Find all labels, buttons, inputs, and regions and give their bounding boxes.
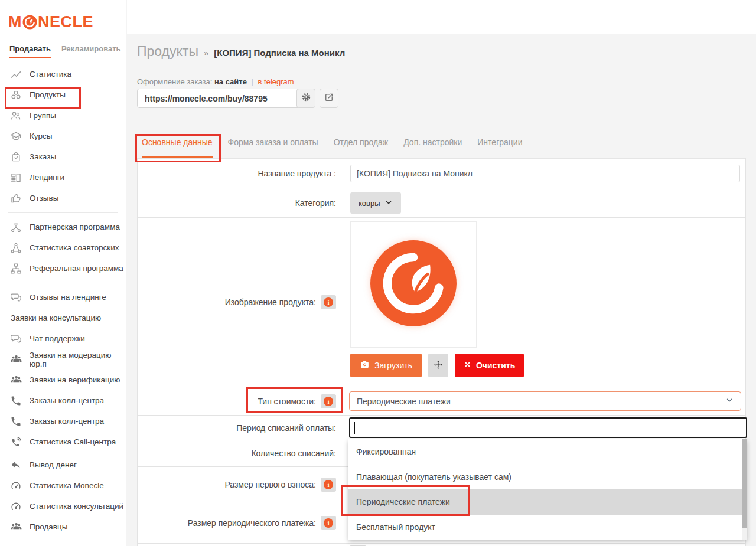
info-icon[interactable]: i xyxy=(321,394,336,408)
gear-icon xyxy=(301,91,312,105)
network-icon xyxy=(9,221,22,234)
sidebar-item-лендинги[interactable]: Лендинги xyxy=(0,167,126,188)
network-triangle-icon xyxy=(9,241,22,254)
phone-icon xyxy=(9,415,22,428)
sidebar-item-чат-поддержки[interactable]: Чат поддержки xyxy=(0,328,126,349)
form-label: Изображение продукта: xyxy=(225,297,316,307)
info-icon[interactable]: i xyxy=(321,478,336,492)
breadcrumb-root[interactable]: Продукты xyxy=(137,44,198,60)
clear-label: Очистить xyxy=(476,361,515,370)
sidebar-item-заказы[interactable]: Заказы xyxy=(0,146,126,167)
sidebar-item-label: Отзывы xyxy=(30,194,58,202)
gauge-icon xyxy=(9,500,22,513)
dropdown-option-0[interactable]: Фиксированная xyxy=(348,439,747,465)
line-chart-icon xyxy=(9,68,22,81)
dropdown-scrollbar-thumb[interactable] xyxy=(742,439,747,528)
form-label-cell: Название продукта : xyxy=(138,159,344,188)
upload-image-button[interactable]: Загрузить xyxy=(350,354,422,377)
sidebar-item-статистика-call-центра[interactable]: Статистика Call-центра xyxy=(0,431,126,452)
sidebar-item-заявки-на-консультацию[interactable]: Заявки на консультацию xyxy=(0,308,126,328)
hierarchy-icon xyxy=(9,262,22,275)
sidebar-mode-tab-0[interactable]: Продавать xyxy=(9,44,51,58)
tab-2[interactable]: Отдел продаж xyxy=(334,138,389,158)
move-image-button[interactable] xyxy=(428,354,448,377)
sidebar-item-отзывы[interactable]: Отзывы xyxy=(0,188,126,208)
tab-1[interactable]: Форма заказа и оплаты xyxy=(228,138,318,158)
info-icon[interactable]: i xyxy=(321,295,336,309)
sidebar-item-статистика-monecle[interactable]: Статистика Monecle xyxy=(0,475,126,496)
checkout-line: Оформление заказа: на сайте | в telegram xyxy=(137,77,294,86)
external-link-icon xyxy=(324,92,334,105)
form-label: Размер первого взноса: xyxy=(224,480,316,489)
sidebar-item-заказы-колл-центра[interactable]: Заказы колл-центра xyxy=(0,411,126,431)
form-field-cell: ЗагрузитьОчистить xyxy=(344,218,745,387)
checkout-telegram-link[interactable]: в telegram xyxy=(258,77,294,86)
sidebar: M NECLE ПродаватьРекламировать Статистик… xyxy=(0,0,126,546)
sidebar-item-вывод-денег[interactable]: Вывод денег xyxy=(0,455,126,475)
sidebar-item-label: Статистика консультаций xyxy=(30,502,123,511)
tab-0[interactable]: Основные данные xyxy=(142,138,213,158)
category-button[interactable]: ковры xyxy=(350,192,401,214)
sidebar-item-label: Заявки на консультацию xyxy=(11,313,101,322)
info-icon[interactable]: i xyxy=(321,516,336,530)
sidebar-item-статистика-соавторских[interactable]: Статистика соавторских xyxy=(0,237,126,258)
chat-icon xyxy=(9,291,22,304)
sidebar-item-label: Заявки на верификацию xyxy=(30,375,120,384)
cost-type-value: Периодические платежи xyxy=(357,397,451,406)
sidebar-item-продавцы[interactable]: Продавцы xyxy=(0,516,126,537)
dropdown-option-1[interactable]: Плавающая (покупатель указывает сам) xyxy=(348,465,747,490)
monecle-leaf-logo-image xyxy=(369,238,458,331)
sidebar-item-заявки-на-верификацию[interactable]: Заявки на верификацию xyxy=(0,370,126,390)
dropdown-scrollbar[interactable] xyxy=(742,439,747,540)
form-label-cell: Категория: xyxy=(138,188,344,217)
sidebar-item-label: Партнерская программа xyxy=(30,223,120,231)
tab-3[interactable]: Доп. настройки xyxy=(403,138,462,158)
url-settings-button[interactable] xyxy=(296,89,315,108)
logo-text-suffix: NECLE xyxy=(38,13,93,31)
sidebar-item-курсы[interactable]: Курсы xyxy=(0,126,126,146)
sidebar-item-статистика[interactable]: Статистика xyxy=(0,64,126,84)
sidebar-item-группы[interactable]: Группы xyxy=(0,105,126,126)
sidebar-item-заказы-колл-центра[interactable]: Заказы колл-центра xyxy=(0,390,126,411)
category-value: ковры xyxy=(359,199,380,208)
buy-url-input[interactable] xyxy=(137,89,302,108)
sidebar-item-label: Статистика Monecle xyxy=(30,481,104,490)
open-url-button[interactable] xyxy=(320,89,338,108)
sidebar-item-статистика-консультаций[interactable]: Статистика консультаций xyxy=(0,496,126,516)
sidebar-item-label: Заказы xyxy=(30,152,56,161)
sidebar-item-реферальная-программа[interactable]: Реферальная программа xyxy=(0,258,126,279)
sidebar-item-label: Продукты xyxy=(30,90,66,99)
sidebar-item-заявки-на-модерацию-юр-п[interactable]: Заявки на модерацию юр.п xyxy=(0,349,126,370)
sidebar-item-партнерская-программа[interactable]: Партнерская программа xyxy=(0,217,126,237)
sidebar-mode-tab-1[interactable]: Рекламировать xyxy=(61,44,121,58)
cost-type-select[interactable]: Периодические платежи xyxy=(349,391,741,411)
text-caret xyxy=(354,422,355,434)
form-row-4: Период списаний оплаты: xyxy=(138,415,745,440)
checkout-site-link[interactable]: на сайте xyxy=(214,77,247,86)
sidebar-item-label: Заявки на модерацию юр.п xyxy=(30,351,126,368)
sidebar-item-продукты[interactable]: Продукты xyxy=(0,84,126,105)
clear-image-button[interactable]: Очистить xyxy=(455,354,524,377)
phone-wave-icon xyxy=(9,436,22,449)
breadcrumb-separator: » xyxy=(204,48,208,58)
sidebar-item-label: Вывод денег xyxy=(30,460,77,469)
dropdown-option-2[interactable]: Периодические платежи xyxy=(348,489,747,515)
dropdown-option-3[interactable]: Бесплатный продукт xyxy=(348,515,747,540)
product-name-input[interactable] xyxy=(350,165,740,182)
sidebar-item-label: Заказы колл-центра xyxy=(30,396,104,405)
thumb-up-icon xyxy=(9,192,22,205)
sidebar-item-label: Группы xyxy=(30,111,56,120)
phone-icon xyxy=(9,394,22,407)
logo-text-prefix: M xyxy=(8,13,22,31)
monecle-logo[interactable]: M NECLE xyxy=(8,13,93,31)
graduation-cap-icon xyxy=(9,130,22,143)
form-label: Количество списаний: xyxy=(251,449,336,458)
form-field-cell xyxy=(344,544,745,546)
cost-type-dropdown: ФиксированнаяПлавающая (покупатель указы… xyxy=(348,439,747,540)
sidebar-divider xyxy=(0,208,126,217)
dropdown-search-input[interactable] xyxy=(349,417,747,438)
tab-4[interactable]: Интеграции xyxy=(477,138,522,158)
form-label-cell: Тип стоимости:i xyxy=(138,387,344,415)
upload-label: Загрузить xyxy=(374,361,412,370)
sidebar-item-отзывы-на-лендинге[interactable]: Отзывы на лендинге xyxy=(0,287,126,308)
